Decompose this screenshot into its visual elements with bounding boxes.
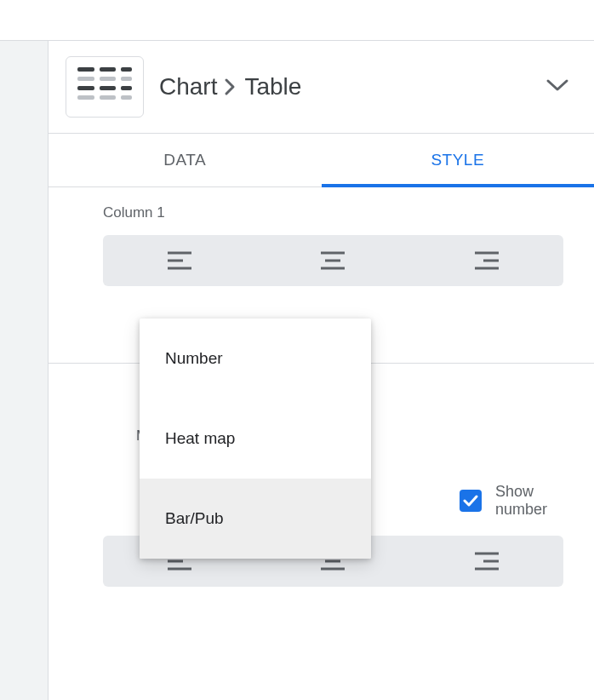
tab-data[interactable]: DATA [49,134,322,186]
breadcrumb: Chart Table [159,73,541,100]
breadcrumb-leaf: Table [244,73,301,100]
tabs: DATA STYLE [49,134,594,187]
alignment-segmented-control [103,235,563,286]
tab-style[interactable]: STYLE [322,134,595,186]
show-number-label: Show number [495,483,563,519]
show-number-checkbox[interactable] [460,490,482,512]
collapse-panel-button[interactable] [541,73,574,100]
column-type-dropdown: Number Heat map Bar/Pub [140,318,371,559]
chevron-right-icon [224,77,237,97]
column-label: Column 1 [103,204,563,221]
dropdown-option-barpub[interactable]: Bar/Pub [140,479,371,559]
align-right-button[interactable] [410,235,563,286]
metric-align-right-button[interactable] [410,536,563,587]
align-center-button[interactable] [256,235,409,286]
align-left-button[interactable] [103,235,256,286]
chart-type-icon[interactable] [66,56,144,118]
dropdown-option-number[interactable]: Number [140,318,371,399]
breadcrumb-root: Chart [159,73,217,100]
panel-header: Chart Table [49,41,594,134]
dropdown-option-heatmap[interactable]: Heat map [140,399,371,479]
